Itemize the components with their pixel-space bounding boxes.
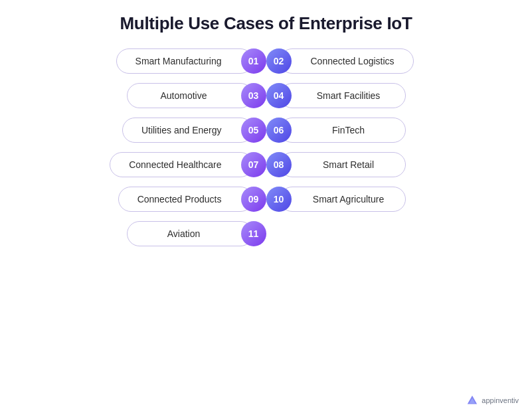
use-case-item-10: 10 Smart Agriculture <box>266 187 513 212</box>
page-title: Multiple Use Cases of Enterprise IoT <box>120 13 412 34</box>
use-case-item-08: 08 Smart Retail <box>266 152 513 177</box>
badge-06: 06 <box>266 118 292 143</box>
use-case-item-07: Connected Healthcare 07 <box>20 152 266 177</box>
badge-01: 01 <box>241 48 266 74</box>
use-case-pill-08: Smart Retail <box>280 152 406 177</box>
badge-04: 04 <box>266 83 292 108</box>
use-case-item-03: Automotive 03 <box>20 83 266 108</box>
use-case-item-06: 06 FinTech <box>266 118 513 143</box>
use-case-pill-02: Connected Logistics <box>280 48 414 74</box>
brand-logo-icon <box>466 394 478 406</box>
badge-10: 10 <box>266 187 292 212</box>
badge-09: 09 <box>241 187 266 212</box>
use-case-item-04: 04 Smart Facilities <box>266 83 513 108</box>
use-case-pill-11: Aviation <box>127 221 253 246</box>
brand-label: appinventiv <box>482 396 519 404</box>
use-case-pill-01: Smart Manufacturing <box>116 48 253 74</box>
use-cases-grid: Smart Manufacturing 01 02 Connected Logi… <box>20 48 512 246</box>
badge-11: 11 <box>241 221 266 246</box>
badge-02: 02 <box>266 48 292 74</box>
branding: appinventiv <box>466 394 519 406</box>
use-case-pill-06: FinTech <box>280 118 406 143</box>
use-case-item-01: Smart Manufacturing 01 <box>20 48 266 74</box>
use-case-pill-10: Smart Agriculture <box>280 187 406 212</box>
empty-cell <box>266 221 513 246</box>
use-case-pill-04: Smart Facilities <box>280 83 406 108</box>
use-case-pill-07: Connected Healthcare <box>110 152 252 177</box>
use-case-pill-03: Automotive <box>127 83 253 108</box>
use-case-pill-09: Connected Products <box>118 187 253 212</box>
use-case-pill-05: Utilities and Energy <box>122 118 253 143</box>
use-case-item-05: Utilities and Energy 05 <box>20 118 266 143</box>
badge-08: 08 <box>266 152 292 177</box>
badge-07: 07 <box>241 152 266 177</box>
badge-05: 05 <box>241 118 266 143</box>
badge-03: 03 <box>241 83 266 108</box>
use-case-item-02: 02 Connected Logistics <box>266 48 513 74</box>
use-case-item-09: Connected Products 09 <box>20 187 266 212</box>
use-case-item-11: Aviation 11 <box>20 221 266 246</box>
